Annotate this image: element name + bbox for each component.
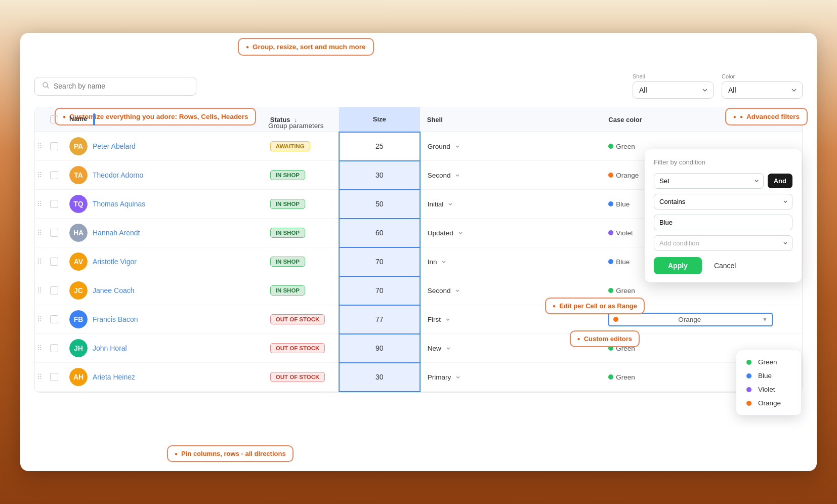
- table-row: ⠿ JH John Horal OUT OF STOCK 90 New Gree…: [35, 334, 802, 363]
- green-dot: [746, 360, 751, 365]
- avatar: FB: [69, 310, 88, 328]
- checkbox-cell: [47, 363, 62, 392]
- th-status[interactable]: Status ↓: [263, 107, 339, 132]
- status-cell: OUT OF STOCK: [263, 305, 339, 334]
- person-name[interactable]: Francis Bacon: [93, 315, 138, 323]
- person-name[interactable]: Thomas Aquinas: [93, 200, 145, 208]
- shell-cell: Second: [420, 161, 588, 190]
- divider-cell: [587, 190, 601, 219]
- row-checkbox[interactable]: [50, 315, 58, 323]
- cancel-button[interactable]: Cancel: [706, 257, 744, 274]
- divider-cell: [587, 132, 601, 161]
- size-cell[interactable]: 70: [339, 276, 420, 305]
- shell-select[interactable]: Inn: [428, 258, 447, 266]
- person-name[interactable]: Aristotle Vigor: [93, 258, 137, 266]
- row-checkbox[interactable]: [50, 142, 58, 150]
- person-name[interactable]: Janee Coach: [93, 286, 135, 295]
- dropdown-chevron-icon: ▼: [762, 316, 768, 322]
- person-name[interactable]: Peter Abelard: [93, 142, 136, 150]
- status-badge: OUT OF STOCK: [270, 372, 325, 382]
- avatar: TA: [69, 166, 88, 184]
- drag-handle-icon[interactable]: ⠿: [37, 286, 43, 295]
- row-checkbox[interactable]: [50, 200, 58, 208]
- filter-contains-select[interactable]: Contains: [654, 194, 792, 209]
- filter-and-button[interactable]: And: [768, 174, 792, 188]
- apply-button[interactable]: Apply: [654, 257, 702, 274]
- person-name[interactable]: Hannah Arendt: [93, 229, 140, 237]
- size-cell[interactable]: 30: [339, 363, 420, 392]
- shell-select[interactable]: All: [633, 81, 714, 99]
- color-dot: [608, 374, 613, 380]
- drag-handle-icon[interactable]: ⠿: [37, 171, 43, 179]
- drag-handle-icon[interactable]: ⠿: [37, 258, 43, 266]
- add-condition-select[interactable]: Add condition: [654, 235, 792, 251]
- person-name[interactable]: Theodor Adorno: [93, 171, 143, 179]
- drag-handle-icon[interactable]: ⠿: [37, 142, 43, 150]
- color-dropdown-trigger[interactable]: Orange ▼: [608, 313, 773, 326]
- row-checkbox[interactable]: [50, 171, 58, 179]
- color-dot: [613, 317, 618, 322]
- shell-select[interactable]: Ground: [428, 143, 461, 150]
- size-cell[interactable]: 50: [339, 190, 420, 219]
- size-cell[interactable]: 60: [339, 219, 420, 247]
- search-input[interactable]: [54, 82, 189, 90]
- row-checkbox[interactable]: [50, 286, 58, 295]
- search-icon: [42, 81, 50, 91]
- avatar-image: JC: [69, 281, 88, 300]
- row-checkbox[interactable]: [50, 229, 58, 237]
- color-option-green[interactable]: Green: [744, 355, 793, 369]
- divider-cell: [587, 161, 601, 190]
- person-name[interactable]: Arieta Heinez: [93, 373, 135, 381]
- checkbox-cell: [47, 305, 62, 334]
- color-dot: [608, 288, 613, 293]
- shell-select[interactable]: Second: [428, 172, 461, 179]
- filter-set-select[interactable]: Set: [654, 173, 764, 189]
- checkbox-cell: [47, 247, 62, 276]
- search-box[interactable]: [34, 77, 196, 96]
- row-checkbox[interactable]: [50, 373, 58, 381]
- name-cell: TA Theodor Adorno: [62, 161, 263, 190]
- size-cell[interactable]: 77: [339, 305, 420, 334]
- filter-panel: Filter by condition Set And Contains Add…: [645, 149, 802, 282]
- row-checkbox[interactable]: [50, 344, 58, 352]
- shell-select[interactable]: Second: [428, 287, 461, 295]
- shell-select[interactable]: Primary: [428, 373, 462, 381]
- orange-dot: [746, 401, 751, 406]
- drag-handle-icon[interactable]: ⠿: [37, 315, 43, 323]
- drag-handle-icon[interactable]: ⠿: [37, 344, 43, 352]
- status-cell: IN SHOP: [263, 161, 339, 190]
- drag-handle-icon[interactable]: ⠿: [37, 373, 43, 381]
- drag-handle-icon[interactable]: ⠿: [37, 200, 43, 208]
- size-cell[interactable]: 90: [339, 334, 420, 363]
- color-dot: [608, 144, 613, 149]
- color-option-violet[interactable]: Violet: [744, 383, 793, 396]
- size-cell[interactable]: 70: [339, 247, 420, 276]
- shell-select[interactable]: New: [428, 345, 452, 352]
- name-col-resize-handle[interactable]: [93, 113, 95, 125]
- divider-cell: [587, 219, 601, 247]
- header-checkbox[interactable]: [50, 115, 58, 123]
- color-select[interactable]: All: [722, 81, 803, 99]
- th-size: Size: [339, 107, 420, 132]
- annotation-group-resize: Group, resize, sort and much more: [238, 38, 374, 56]
- drag-cell: ⠿: [35, 334, 47, 363]
- avatar-image: PA: [69, 137, 88, 155]
- row-checkbox[interactable]: [50, 258, 58, 266]
- person-name[interactable]: John Horal: [93, 344, 127, 352]
- status-badge: IN SHOP: [270, 199, 305, 209]
- color-option-orange[interactable]: Orange: [744, 396, 793, 410]
- blue-dot: [746, 373, 751, 379]
- size-cell[interactable]: 30: [339, 161, 420, 190]
- shell-select[interactable]: Initial: [428, 200, 454, 208]
- name-cell: AV Aristotle Vigor: [62, 247, 263, 276]
- shell-select[interactable]: First: [428, 316, 451, 323]
- color-option-blue[interactable]: Blue: [744, 369, 793, 383]
- filter-value-input[interactable]: [654, 215, 792, 230]
- shell-cell: Initial: [420, 190, 588, 219]
- size-cell[interactable]: 25: [339, 132, 420, 161]
- avatar-image: FB: [69, 310, 88, 328]
- drag-handle-icon[interactable]: ⠿: [37, 229, 43, 237]
- avatar-image: HA: [69, 224, 88, 242]
- shell-select[interactable]: Updated: [428, 229, 464, 237]
- avatar-image: AH: [69, 368, 88, 386]
